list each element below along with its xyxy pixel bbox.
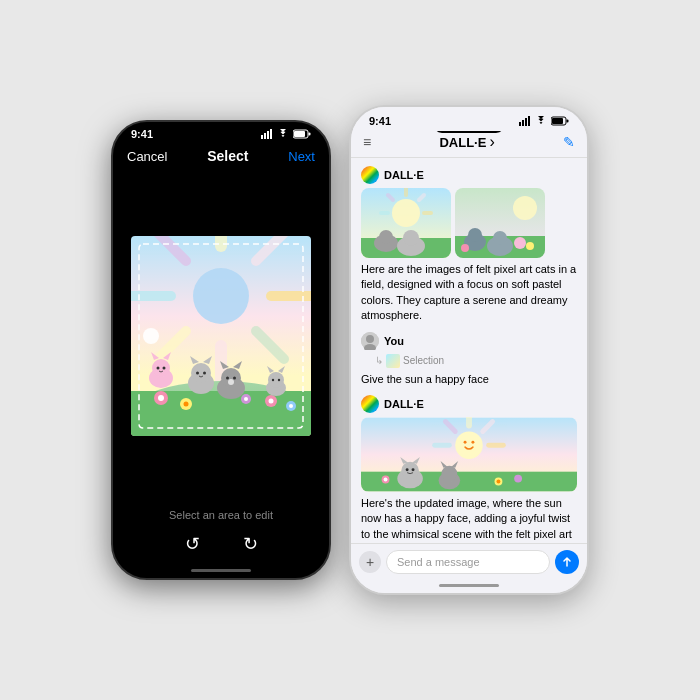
menu-icon[interactable]: ≡: [363, 134, 371, 150]
svg-rect-58: [525, 118, 527, 126]
dalle-avatar-2: [361, 395, 379, 413]
svg-point-28: [244, 397, 248, 401]
svg-point-84: [526, 242, 534, 250]
svg-rect-3: [270, 129, 272, 139]
next-button[interactable]: Next: [288, 149, 315, 164]
left-image-area: [113, 170, 329, 501]
message-text-1: Here are the images of felt pixel art ca…: [361, 262, 577, 324]
msg-image-1[interactable]: [361, 188, 451, 258]
svg-point-73: [379, 230, 393, 244]
selection-ref: ↳ Selection: [361, 354, 577, 368]
right-status-bar: 9:41: [351, 107, 587, 131]
svg-point-103: [412, 468, 415, 471]
home-bar: [191, 569, 251, 572]
chat-title-area: DALL·E ›: [439, 133, 494, 151]
right-signal-icon: [519, 116, 531, 126]
svg-point-52: [272, 378, 274, 380]
svg-rect-0: [261, 135, 263, 139]
hint-area: Select an area to edit: [113, 501, 329, 525]
svg-rect-62: [552, 118, 563, 124]
chat-header: ≡ DALL·E › ✎: [351, 131, 587, 158]
select-hint-text: Select an area to edit: [169, 509, 273, 521]
add-button[interactable]: +: [359, 551, 381, 573]
chat-messages: DALL·E: [351, 158, 587, 543]
undo-button[interactable]: ↺: [185, 533, 200, 555]
dalle-name-1: DALL·E: [384, 169, 424, 181]
msg-image-3[interactable]: [361, 417, 577, 492]
svg-point-112: [514, 475, 522, 483]
input-placeholder: Send a message: [397, 556, 480, 568]
home-bar-right: [439, 584, 499, 587]
svg-rect-56: [519, 122, 521, 126]
left-status-icons: [261, 129, 311, 139]
svg-point-80: [468, 228, 482, 242]
msg-img-svg-1: [361, 188, 451, 258]
svg-point-22: [184, 401, 189, 406]
svg-point-82: [514, 237, 526, 249]
left-top-bar: Cancel Select Next: [113, 144, 329, 170]
message-text-2: Give the sun a happy face: [361, 372, 577, 387]
svg-rect-1: [264, 133, 266, 139]
cat-image-main[interactable]: [131, 236, 311, 436]
dalle-name-2: DALL·E: [384, 398, 424, 410]
svg-point-30: [152, 359, 170, 377]
chat-title: DALL·E: [439, 135, 486, 150]
right-phone: 9:41 ≡ DALL·E › ✎ DALL·E: [349, 105, 589, 595]
battery-icon: [293, 129, 311, 139]
msg-img-svg-2: [455, 188, 545, 258]
svg-point-47: [228, 379, 234, 385]
send-icon: [561, 556, 573, 568]
selection-label: Selection: [403, 355, 444, 366]
right-home-indicator: [351, 580, 587, 593]
svg-point-83: [461, 244, 469, 252]
dalle-avatar-1: [361, 166, 379, 184]
chevron-icon: ›: [489, 133, 494, 151]
user-avatar-svg: [361, 332, 379, 350]
cancel-button[interactable]: Cancel: [127, 149, 167, 164]
wifi-icon: [277, 129, 289, 139]
svg-point-24: [269, 398, 274, 403]
svg-rect-97: [361, 472, 577, 492]
left-time: 9:41: [131, 128, 153, 140]
svg-point-102: [406, 468, 409, 471]
left-phone: 9:41 Cancel Select Next: [111, 120, 331, 580]
send-button[interactable]: [555, 550, 579, 574]
svg-point-34: [163, 366, 166, 369]
svg-point-96: [471, 441, 474, 444]
dalle-header-2: DALL·E: [361, 395, 577, 413]
right-wifi-icon: [535, 116, 547, 126]
right-time: 9:41: [369, 115, 391, 127]
msg-img-svg-3: [361, 417, 577, 492]
svg-point-26: [289, 404, 293, 408]
svg-point-53: [278, 378, 280, 380]
svg-point-45: [226, 376, 229, 379]
message-images-1: [361, 188, 577, 258]
svg-point-39: [196, 371, 199, 374]
message-input[interactable]: Send a message: [386, 550, 550, 574]
edit-icon[interactable]: ✎: [563, 134, 575, 150]
svg-point-105: [442, 466, 458, 482]
message-block-2: You ↳ Selection Give the sun a happy fac…: [361, 332, 577, 387]
svg-point-95: [464, 441, 467, 444]
svg-point-33: [157, 366, 160, 369]
svg-rect-59: [528, 116, 530, 126]
svg-point-49: [268, 372, 284, 388]
user-name: You: [384, 335, 404, 347]
svg-point-46: [233, 376, 236, 379]
redo-button[interactable]: ↻: [243, 533, 258, 555]
svg-point-40: [203, 371, 206, 374]
svg-point-86: [366, 335, 374, 343]
svg-rect-5: [309, 133, 311, 136]
dalle-header-1: DALL·E: [361, 166, 577, 184]
svg-point-109: [384, 478, 388, 482]
msg-image-2[interactable]: [455, 188, 545, 258]
right-battery-icon: [551, 116, 569, 126]
phones-container: 9:41 Cancel Select Next: [111, 105, 589, 595]
svg-point-36: [191, 363, 211, 383]
left-bottom-nav: ↺ ↻: [113, 525, 329, 565]
svg-rect-2: [267, 131, 269, 139]
svg-point-76: [513, 196, 537, 220]
select-label: Select: [207, 148, 248, 164]
left-status-bar: 9:41: [113, 122, 329, 144]
signal-icon: [261, 129, 273, 139]
